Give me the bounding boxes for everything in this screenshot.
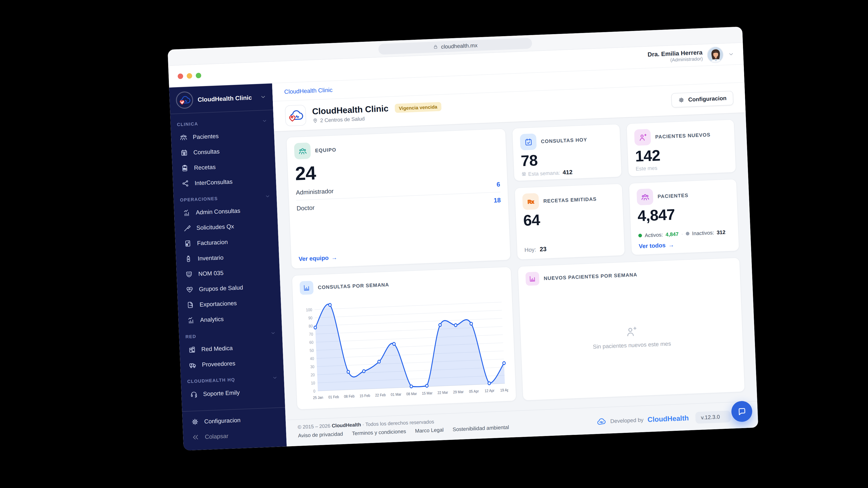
- svg-text:0: 0: [313, 389, 315, 394]
- sidebar-item-label: Proveedores: [202, 360, 236, 368]
- ver-todos-link[interactable]: Ver todos →: [639, 239, 732, 250]
- chevron-down-icon: [728, 51, 735, 57]
- gear-icon: [678, 97, 685, 103]
- close-window-button[interactable]: [178, 73, 183, 79]
- svg-text:22 Feb: 22 Feb: [375, 393, 385, 397]
- version-badge: v.12.3.0: [695, 411, 731, 424]
- chevron-down-icon: [265, 193, 270, 199]
- status-badge: Vigencia vencida: [395, 102, 441, 112]
- card-label: PACIENTES NUEVOS: [655, 132, 710, 140]
- activos-label: Activos:: [645, 232, 663, 238]
- pacientes-progress-fill: [638, 225, 725, 229]
- copyright-rights: · Todos los derechos reservados: [362, 419, 434, 427]
- lock-icon: [433, 44, 438, 50]
- section-label: RED: [185, 334, 196, 339]
- chart-title: NUEVOS PACIENTES POR SEMANA: [544, 272, 638, 281]
- pacientes-value: 4,847: [637, 203, 731, 225]
- svg-text:10: 10: [311, 381, 315, 385]
- substat-label: Hoy:: [524, 247, 536, 253]
- team-icon: [294, 142, 311, 160]
- svg-text:15 Feb: 15 Feb: [360, 393, 370, 398]
- sidebar-item-interconsultas[interactable]: InterConsultas: [179, 172, 270, 191]
- presentation-stage: cloudhealth.mx Dra. Emilia Herrera (Admi…: [0, 0, 868, 488]
- developed-by-brand[interactable]: CloudHealth: [647, 414, 689, 424]
- role-name: Administrador: [296, 188, 334, 196]
- consultas-hoy-card: CONSULTAS HOY 78 Esta semana: 412: [512, 124, 622, 182]
- copyright-years: © 2015 – 2026: [298, 423, 331, 430]
- ver-equipo-link[interactable]: Ver equipo →: [298, 248, 503, 262]
- footer-link-aviso[interactable]: Aviso de privacidad: [298, 431, 343, 438]
- sidebar-item-label: Inventario: [197, 254, 223, 262]
- chart-icon: [183, 208, 191, 217]
- sidebar-item-label: Analytics: [200, 315, 224, 323]
- activos-value: 4,847: [665, 231, 679, 237]
- sidebar-item-label: Soporte Emily: [203, 389, 240, 397]
- developed-by: Developed by CloudHealth v.12.3.0: [596, 411, 731, 428]
- svg-text:29 Mar: 29 Mar: [453, 390, 464, 394]
- card-label: RECETAS EMITIDAS: [543, 196, 597, 203]
- minimize-window-button[interactable]: [187, 73, 192, 78]
- address-bar[interactable]: cloudhealth.mx: [378, 37, 532, 55]
- section-label: CLOUDHEALTH HQ: [187, 377, 235, 384]
- svg-text:30: 30: [310, 364, 314, 369]
- nuevos-pacientes-chart-card: NUEVOS PACIENTES POR SEMANA Sin paciente…: [518, 257, 745, 401]
- substat-value: 412: [563, 168, 573, 176]
- dashboard-grid: EQUIPO 24 Administrador 6 Doctor 18: [274, 112, 757, 413]
- svg-text:50: 50: [309, 348, 314, 353]
- main-content: CloudHealth Clinic CloudHealth Clinic Vi…: [272, 65, 758, 447]
- inactivos-label: Inactivos:: [692, 230, 714, 236]
- sidebar-nav: CLINICA Pacientes Consultas Recetas: [170, 110, 285, 411]
- footer-link-sostenibilidad[interactable]: Sostenibilidad ambiental: [453, 424, 509, 432]
- card-label: PACIENTES: [657, 193, 688, 199]
- svg-text:08 Mar: 08 Mar: [406, 391, 417, 396]
- sidebar-item-label: Consultas: [193, 148, 220, 156]
- breadcrumb-label: CloudHealth Clinic: [284, 87, 333, 95]
- pacientes-progress-bar: [638, 225, 731, 229]
- sidebar-item-label: Colapsar: [205, 432, 228, 440]
- pin-icon: [312, 118, 318, 123]
- footer-link-marco-legal[interactable]: Marco Legal: [415, 427, 444, 433]
- browser-window: cloudhealth.mx Dra. Emilia Herrera (Admi…: [167, 27, 758, 451]
- svg-text:05 Apr: 05 Apr: [469, 389, 479, 394]
- pacientes-card: PACIENTES 4,847 Activos: 4,847 · In: [629, 179, 739, 255]
- user-plus-icon: [634, 129, 651, 146]
- svg-text:01 Mar: 01 Mar: [391, 392, 401, 397]
- chevron-down-icon: [260, 94, 267, 100]
- sidebar-item-label: Configuracion: [204, 416, 241, 424]
- configuracion-button[interactable]: Configuracion: [671, 91, 734, 108]
- role-name: Doctor: [296, 204, 315, 212]
- sidebar-item-label: Pacientes: [193, 132, 219, 140]
- inactivos-value: 312: [717, 229, 725, 235]
- svg-text:100: 100: [306, 307, 312, 312]
- pacientes-nuevos-value: 142: [635, 144, 728, 165]
- recetas-value: 64: [523, 208, 616, 229]
- consultas-hoy-value: 78: [521, 149, 614, 170]
- developed-by-label: Developed by: [610, 417, 644, 424]
- sidebar-item-label: InterConsultas: [195, 178, 233, 186]
- substat-label: Este mes: [636, 165, 657, 171]
- calendar-icon: [521, 171, 526, 177]
- svg-text:20: 20: [311, 372, 315, 377]
- sidebar-brand-label: CloudHealth Clinic: [197, 94, 256, 103]
- footer-link-terminos[interactable]: Terminos y condiciones: [352, 429, 406, 436]
- copyright-brand: CloudHealth: [332, 422, 361, 428]
- cloud-icon: [596, 416, 607, 427]
- empty-state: Sin pacientes nuevos este mes: [526, 278, 737, 396]
- sidebar-item-label: Red Medica: [201, 344, 233, 352]
- avatar[interactable]: [707, 46, 724, 63]
- activos-dot-icon: [638, 234, 642, 237]
- maximize-window-button[interactable]: [196, 72, 202, 78]
- invoice-icon: [184, 239, 192, 247]
- svg-text:40: 40: [310, 356, 314, 361]
- sidebar-item-proveedores[interactable]: Proveedores: [186, 354, 277, 372]
- sidebar-item-label: Solicitudes Qx: [196, 223, 234, 231]
- chart-title: CONSULTAS POR SEMANA: [318, 282, 389, 290]
- sidebar-collapse-button[interactable]: Colapsar: [189, 426, 280, 445]
- users-icon: [637, 188, 653, 205]
- svg-text:70: 70: [309, 332, 313, 337]
- consultas-chart-card: CONSULTAS POR SEMANA 0102030405060708090…: [291, 267, 517, 410]
- headset-icon: [190, 390, 198, 398]
- sidebar-brand[interactable]: CloudHealth Clinic: [169, 84, 273, 113]
- user-menu[interactable]: Dra. Emilia Herrera (Administrador): [647, 46, 735, 65]
- hospital-icon: [188, 346, 196, 353]
